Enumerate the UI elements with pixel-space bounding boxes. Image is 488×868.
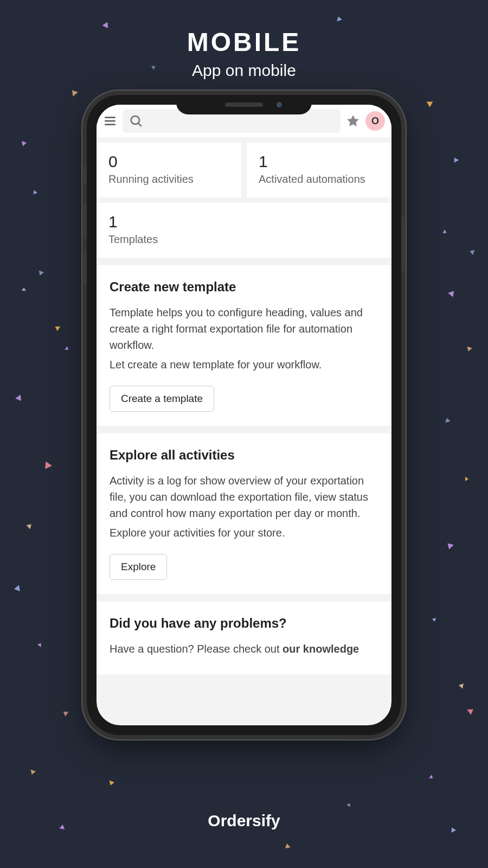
section-title: Explore all activities [110,448,378,463]
stat-value: 0 [108,152,229,171]
menu-icon[interactable] [103,114,117,128]
knowledge-link[interactable]: our knowledge [282,643,359,655]
section-text: Have a question? Please check out our kn… [110,641,378,657]
section-text: Template helps you to configure heading,… [110,304,378,353]
content: 0 Running activities 1 Activated automat… [97,137,391,674]
explore-button[interactable]: Explore [110,554,167,580]
section-text: Let create a new template for your workf… [110,356,378,373]
promo-title: MOBILE [0,27,488,57]
search-icon [129,114,143,128]
stat-label: Templates [108,233,380,246]
stat-templates[interactable]: 1 Templates [97,203,391,258]
promo-subtitle: App on mobile [0,61,488,80]
stat-activated-automations[interactable]: 1 Activated automations [247,143,391,197]
stats-row: 0 Running activities 1 Activated automat… [97,137,391,203]
stat-value: 1 [108,213,380,231]
create-template-button[interactable]: Create a template [110,386,214,412]
avatar[interactable]: O [365,111,385,131]
star-icon[interactable] [346,114,360,128]
section-title: Did you have any problems? [110,616,378,631]
phone-screen: O 0 Running activities 1 Activated autom… [97,105,391,725]
stat-label: Running activities [108,173,229,186]
phone-notch [176,95,312,114]
stat-running-activities[interactable]: 0 Running activities [97,143,241,197]
phone-frame: O 0 Running activities 1 Activated autom… [87,95,401,735]
stat-label: Activated automations [259,173,380,186]
brand-label: Ordersify [208,812,280,830]
problems-text-prefix: Have a question? Please check out [110,643,282,655]
section-problems: Did you have any problems? Have a questi… [97,602,391,674]
section-text: Explore your activities for your store. [110,525,378,541]
section-title: Create new template [110,279,378,295]
svg-point-3 [131,116,139,124]
section-create-template: Create new template Template helps you t… [97,265,391,426]
section-explore-activities: Explore all activities Activity is a log… [97,433,391,594]
promo-header: MOBILE App on mobile [0,0,488,80]
stat-value: 1 [259,152,380,171]
section-text: Activity is a log for show overview of y… [110,473,378,521]
svg-line-4 [138,123,142,126]
